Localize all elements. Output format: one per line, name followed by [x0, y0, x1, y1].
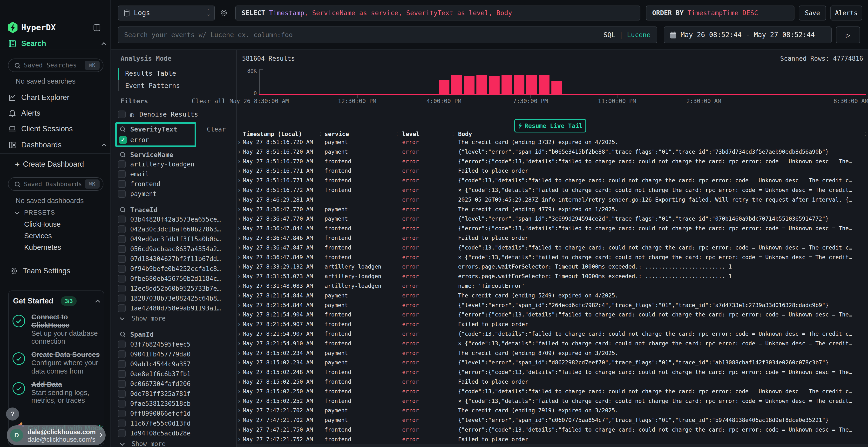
get-started-item-desc: data comes from — [31, 367, 84, 376]
traceid-checkbox[interactable] — [118, 285, 126, 293]
traceid-item[interactable]: 1ae42480d758e9ab91193a1… — [130, 304, 221, 313]
servicename-item[interactable]: payment — [130, 190, 157, 198]
sidebar-item-client-sessions[interactable]: Client Sessions — [21, 124, 73, 134]
spanid-checkbox[interactable] — [118, 360, 126, 368]
col-header-service[interactable]: service — [324, 130, 349, 138]
sidebar-item-preset-kubernetes[interactable]: Kubernetes — [24, 242, 61, 252]
col-header-level[interactable]: level — [402, 130, 420, 138]
traceid-checkbox[interactable] — [118, 275, 126, 282]
spanid-item[interactable]: 0fae5381230518cb — [130, 400, 190, 408]
spanid-checkbox[interactable] — [118, 370, 126, 378]
mode-accent-rest — [118, 80, 119, 91]
lang-sql[interactable]: SQL — [603, 31, 615, 38]
sidebar-item-alerts[interactable]: Alerts — [21, 108, 40, 118]
servicename-checkbox[interactable] — [118, 190, 126, 198]
traceid-item[interactable]: 12ec8dd52b60b9525733b7e… — [130, 284, 221, 293]
traceid-checkbox[interactable] — [118, 255, 126, 263]
spanid-item[interactable]: 0ff8990066efcf1d — [130, 409, 190, 418]
gear-icon[interactable] — [219, 8, 228, 18]
horizontal-scrollbar[interactable] — [237, 444, 868, 447]
spanid-checkbox[interactable] — [118, 390, 126, 398]
lucene-search-input[interactable]: Search your events w/ Lucene ex. column:… — [118, 27, 657, 43]
saved-dashboards-input[interactable]: Saved Dashboards⌘K — [8, 177, 103, 191]
resume-live-tail-label: Resume Live Tail — [525, 122, 583, 129]
denoise-label[interactable]: Denoise Results — [140, 110, 198, 119]
traceid-show-more[interactable]: Show more — [132, 314, 166, 323]
run-query-button[interactable]: ▷ — [836, 27, 860, 43]
servicename-item[interactable]: artillery-loadgen — [130, 160, 194, 169]
traceid-checkbox[interactable] — [118, 215, 126, 223]
spanid-show-more[interactable]: Show more — [132, 440, 166, 447]
sidebar-item-preset-services[interactable]: Services — [24, 231, 52, 241]
spanid-checkbox[interactable] — [118, 410, 126, 417]
traceid-item[interactable]: 03b44828f42a3573ea655ce… — [130, 215, 221, 224]
spanid-item[interactable]: 1d94f08c5acdb28e — [130, 429, 190, 438]
traceid-checkbox[interactable] — [118, 304, 126, 312]
chart-explorer-icon — [8, 93, 17, 102]
mode-results-table[interactable]: Results Table — [125, 69, 176, 78]
resume-live-tail-button[interactable]: Resume Live Tail — [514, 119, 586, 133]
sidebar-item-team-settings[interactable]: Team Settings — [23, 266, 70, 276]
servicename-item[interactable]: email — [130, 170, 149, 178]
servicename-checkbox[interactable] — [118, 180, 126, 188]
lang-toggle[interactable]: SQL | Lucene — [603, 27, 651, 43]
sidebar-divider-1 — [0, 49, 111, 50]
source-select[interactable]: Logs⌃⌄ — [118, 5, 215, 21]
panel-toggle-icon[interactable] — [93, 23, 101, 32]
col-header-body[interactable]: Body — [458, 130, 472, 138]
traceid-checkbox[interactable] — [118, 295, 126, 302]
spanid-checkbox[interactable] — [118, 419, 126, 427]
spanid-item[interactable]: 09041fb457779da0 — [130, 350, 190, 358]
spanid-checkbox[interactable] — [118, 400, 126, 408]
sidebar-item-chart-explorer[interactable]: Chart Explorer — [21, 93, 69, 103]
traceid-checkbox[interactable] — [118, 226, 126, 233]
spanid-item[interactable]: 11c67fe55c0d13fd — [130, 419, 190, 428]
sidebar-item-dashboards[interactable]: Dashboards — [21, 140, 61, 150]
lang-lucene[interactable]: Lucene — [627, 31, 651, 38]
traceid-checkbox[interactable] — [118, 235, 126, 243]
spanid-item[interactable]: 09ab1c4544c9a357 — [130, 360, 190, 369]
traceid-item[interactable]: 07d184304627bf2f11b67dd… — [130, 255, 221, 263]
servicename-item[interactable]: frontend — [130, 180, 160, 188]
servicename-checkbox[interactable] — [118, 170, 126, 178]
denoise-checkbox[interactable] — [118, 110, 126, 118]
spanid-checkbox[interactable] — [118, 341, 126, 348]
spanid-item[interactable]: 03f7b824595feec5 — [130, 340, 190, 349]
sidebar-item-preset-clickhouse[interactable]: ClickHouse — [24, 219, 61, 229]
traceid-item[interactable]: 042a30c3dc1baf660b27863… — [130, 225, 221, 234]
traceid-checkbox[interactable] — [118, 245, 126, 253]
spanid-checkbox[interactable] — [118, 350, 126, 358]
spanid-checkbox[interactable] — [118, 380, 126, 388]
traceid-item[interactable]: 056cd9acbaac8637a4354a2… — [130, 245, 221, 253]
denoise-icon: ◐ — [130, 110, 134, 119]
servicename-checkbox[interactable] — [118, 161, 126, 168]
traceid-item[interactable]: 0f94b9befe0b4252ccfa1c8… — [130, 265, 221, 273]
order-by-keyword: ORDER BY — [652, 9, 687, 16]
search-nav-icon — [8, 39, 17, 48]
spanid-item[interactable]: 0de781ff325a781f — [130, 390, 190, 398]
spanid-item[interactable]: 0ae8e1f6c6b37fb1 — [130, 370, 190, 378]
sql-select-input[interactable]: SELECT Timestamp, ServiceName as service… — [235, 5, 641, 21]
search-icon — [15, 182, 20, 186]
alerts-button[interactable]: Alerts — [830, 5, 862, 21]
spanid-checkbox[interactable] — [118, 429, 126, 437]
sidebar-item-search[interactable]: Search — [21, 38, 46, 49]
severitytext-checkbox-checked[interactable]: ✓ — [119, 136, 127, 144]
saved-searches-input[interactable]: Saved Searches⌘K — [8, 59, 103, 72]
save-button[interactable]: Save — [799, 5, 826, 21]
traceid-item[interactable]: 18287038b73e882425c64b8… — [130, 294, 221, 303]
order-by-input[interactable]: ORDER BY TimestampTime DESC — [646, 5, 795, 21]
filters-label: Filters — [121, 97, 148, 105]
date-range-picker[interactable]: May 26 08:52:44 - May 27 08:52:44 — [664, 27, 832, 43]
clear-severity-button[interactable]: Clear — [190, 125, 226, 134]
col-header-timestamp[interactable]: Timestamp (Local) — [243, 130, 302, 138]
mode-event-patterns[interactable]: Event Patterns — [125, 81, 180, 90]
traceid-checkbox[interactable] — [118, 265, 126, 273]
user-menu[interactable]: Ddale@clickhouse.comdale@clickhouse.com'… — [7, 425, 105, 445]
traceid-item[interactable]: 049ed0ac3fdb1f3f15a0b0b… — [130, 235, 221, 243]
severitytext-item[interactable]: error — [130, 136, 149, 144]
spanid-item[interactable]: 0c0667304fafd206 — [130, 380, 190, 388]
help-button[interactable]: ? — [6, 408, 19, 420]
create-dashboard-button[interactable]: Create Dashboard — [23, 159, 84, 169]
traceid-item[interactable]: 0fbe680eb456750b2d1184c… — [130, 275, 221, 283]
